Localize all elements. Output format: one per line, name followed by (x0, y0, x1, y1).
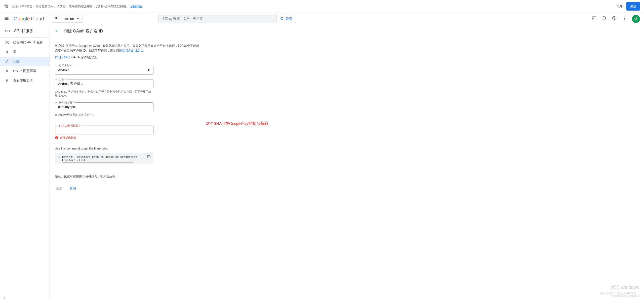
svg-rect-48 (148, 156, 150, 158)
name-label: 名称* (57, 78, 67, 82)
learn-more-link[interactable]: 详细了解 (55, 56, 70, 59)
sidebar: API API 和服务 已启用的 API 和服务 库 凭据 OAuth 同意屏幕… (0, 25, 50, 300)
svg-point-16 (624, 17, 625, 17)
app-type-label: 应用类型* (57, 64, 72, 68)
svg-point-15 (614, 19, 614, 20)
search-input[interactable] (158, 15, 276, 23)
help-icon[interactable] (612, 16, 617, 22)
sidebar-collapse-icon[interactable] (3, 296, 7, 300)
svg-point-19 (7, 42, 8, 43)
sidebar-item-terms[interactable]: 页面使用协议 (0, 76, 50, 85)
svg-point-6 (55, 17, 55, 18)
svg-point-23 (8, 43, 9, 44)
svg-rect-47 (56, 138, 57, 138)
search-button[interactable]: 搜索 (276, 15, 296, 23)
description-text-2: 详细了解 OAuth 客户端类型。 (55, 55, 201, 60)
sidebar-title[interactable]: API API 和服务 (0, 25, 50, 38)
svg-point-10 (281, 17, 283, 20)
name-helper: OAuth 2.0 客户端的名称。此名称仅用于在控制台中标识客户端，而不会显示给… (55, 90, 153, 97)
key-icon (5, 59, 10, 63)
csdn-watermark: CSDN @qq_39940718 (612, 294, 640, 297)
svg-point-9 (56, 18, 57, 19)
svg-rect-30 (7, 51, 8, 53)
hamburger-menu-icon[interactable] (4, 16, 9, 22)
svg-rect-29 (7, 51, 7, 53)
package-helper: 在 AndroidManifest.xml 文件中。 (55, 113, 153, 117)
notifications-icon[interactable] (602, 16, 607, 22)
description-text: 客户端 ID 用于向 Google 的 OAuth 服务器标识单个应用。如果您的… (55, 44, 201, 54)
code-prompt: $ (58, 155, 60, 159)
code-scrollbar[interactable] (62, 162, 133, 163)
svg-rect-12 (592, 17, 596, 20)
note: 注意：设置可能需要 5 分钟到几小时才会生效 (55, 174, 201, 179)
promo-text: 获享 $300 赠金，开始免费试用。请放心，如果您的赠金用尽，我们不会向您收取费… (12, 4, 129, 9)
name-field-wrap: 名称* (55, 80, 153, 88)
avatar[interactable]: 炜 (632, 15, 640, 23)
svg-line-43 (142, 50, 143, 51)
svg-rect-3 (5, 17, 9, 18)
svg-line-27 (7, 43, 8, 43)
fingerprint-header: Use this command to get the fingerprint. (55, 147, 201, 150)
google-cloud-logo[interactable]: Google Cloud (14, 16, 44, 22)
promo-dismiss-button[interactable]: 忽略 (617, 4, 623, 9)
chevron-down-icon: ▼ (76, 17, 79, 21)
svg-point-18 (624, 19, 625, 20)
svg-point-17 (624, 18, 625, 19)
more-icon[interactable] (622, 16, 627, 22)
app-type-field-wrap: 应用类型* Android ▼ (55, 66, 153, 74)
svg-line-25 (7, 42, 8, 42)
error-icon (55, 136, 58, 139)
svg-point-8 (55, 18, 55, 19)
sidebar-item-credentials[interactable]: 凭据 (0, 57, 50, 66)
sidebar-item-label: 页面使用协议 (13, 78, 33, 83)
external-link-icon (68, 56, 70, 60)
name-input[interactable] (55, 80, 153, 88)
annotation-overlay: 这个SHA-1在GooglePlay控制台获取 (206, 121, 268, 126)
project-name: LudoClub (60, 17, 74, 21)
terms-icon (5, 79, 10, 83)
sidebar-item-label: 已启用的 API 和服务 (13, 40, 43, 45)
external-link-icon (140, 49, 143, 54)
code-text: keytool -keystore path-to-debug-or-produ… (62, 155, 150, 162)
dashboard-icon (5, 40, 10, 44)
svg-point-31 (6, 61, 7, 62)
sidebar-item-label: 库 (13, 50, 16, 54)
consent-icon (5, 69, 10, 73)
svg-point-20 (6, 41, 6, 41)
code-block: $ keytool -keystore path-to-debug-or-pro… (55, 153, 153, 164)
back-arrow-icon[interactable] (55, 28, 60, 34)
sha1-label: SHA-1 证书指纹* (57, 124, 82, 128)
sidebar-item-oauth-consent[interactable]: OAuth 同意屏幕 (0, 66, 50, 76)
sidebar-item-library[interactable]: 库 (0, 47, 50, 57)
sha1-error: 必须提供指纹 (55, 136, 201, 140)
setup-oauth-link[interactable]: 设置 OAuth 2.0 (119, 49, 143, 52)
promo-banner: 获享 $300 赠金，开始免费试用。请放心，如果您的赠金用尽，我们不会向您收取费… (0, 0, 644, 13)
sidebar-item-enabled-apis[interactable]: 已启用的 API 和服务 (0, 38, 50, 47)
package-field-wrap: 软件包名称* (55, 102, 153, 111)
copy-icon[interactable] (147, 155, 151, 160)
logo-cloud-text: Cloud (31, 16, 44, 22)
svg-line-33 (8, 60, 8, 61)
create-button[interactable]: 创建 (55, 184, 63, 193)
svg-point-21 (8, 41, 9, 41)
package-label: 软件包名称* (57, 101, 75, 104)
cancel-button[interactable]: 取消 (68, 184, 77, 193)
svg-point-22 (6, 43, 6, 44)
svg-rect-28 (6, 51, 6, 53)
gift-icon (4, 4, 9, 9)
top-bar: Google Cloud LudoClub ▼ 搜索 炜 (0, 13, 644, 25)
project-picker[interactable]: LudoClub ▼ (51, 15, 83, 23)
api-icon: API (5, 29, 10, 33)
sidebar-title-label: API 和服务 (14, 28, 33, 34)
windows-watermark: 激活 Windows 转到"设置"以激活 Windows。 (599, 284, 639, 295)
cloud-shell-icon[interactable] (592, 16, 597, 22)
search-wrap: 搜索 (158, 15, 296, 23)
svg-line-11 (283, 19, 284, 20)
promo-learn-more-link[interactable]: 了解详情 (130, 4, 142, 9)
app-type-value: Android (58, 68, 69, 72)
promo-activate-button[interactable]: 激活 (626, 2, 640, 11)
chevron-down-icon: ▼ (147, 68, 150, 72)
search-icon (280, 17, 284, 21)
svg-line-44 (69, 57, 70, 58)
search-button-label: 搜索 (286, 17, 292, 21)
